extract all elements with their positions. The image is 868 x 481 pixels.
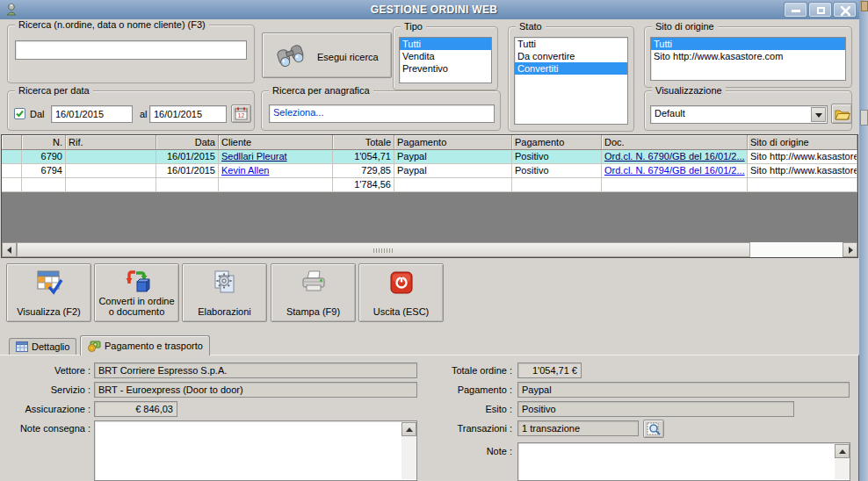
note-label: Note : — [424, 446, 512, 456]
tab-dettaglio[interactable]: Dettaglio — [9, 338, 76, 355]
money-icon — [87, 341, 101, 352]
table-totals-row: 1'784,56 — [2, 178, 857, 192]
scroll-left-button[interactable] — [2, 242, 17, 257]
scrollbar-track[interactable] — [750, 242, 843, 257]
maximize-button[interactable] — [809, 3, 831, 17]
visualizzazione-value: Default — [655, 108, 685, 118]
anagrafica-group: Ricerca per anagrafica Seleziona... — [261, 90, 501, 131]
totale-ordine-field: 1'054,71 € — [517, 363, 582, 378]
printer-icon — [299, 269, 329, 296]
tipo-option-vendita[interactable]: Vendita — [400, 50, 491, 62]
note-textarea[interactable] — [517, 442, 850, 481]
assicurazione-field: € 846,03 — [94, 401, 177, 417]
sito-group: Sito di origine Tutti Sito http://www.ka… — [644, 26, 852, 88]
uscita-button[interactable]: Uscita (ESC) — [358, 263, 444, 322]
note-consegna-label: Note consegna : — [3, 423, 90, 434]
empty-cell — [512, 178, 602, 192]
converti-button[interactable]: Converti in ordine o documento — [94, 263, 179, 322]
titlebar[interactable]: GESTIONE ORDINI WEB — [0, 0, 868, 19]
visualizzazione-group-label: Visualizzazione — [652, 85, 726, 96]
binoculars-icon — [275, 44, 308, 68]
header-pagamento[interactable]: Pagamento — [394, 135, 512, 150]
search-input[interactable] — [15, 40, 247, 60]
convert-icon — [122, 269, 152, 296]
open-view-button[interactable] — [831, 104, 852, 124]
date-checkbox[interactable] — [14, 108, 25, 119]
anagrafica-selector[interactable]: Seleziona... — [269, 104, 495, 123]
background-fragment — [861, 1, 868, 11]
stato-option-tutti[interactable]: Tutti — [515, 38, 627, 50]
grand-total-cell: 1'784,56 — [333, 178, 394, 192]
customer-link[interactable]: Sedllari Pleurat — [221, 151, 287, 162]
check-icon — [15, 109, 25, 118]
calendar-icon: 12 — [235, 107, 249, 120]
background-window-strip — [859, 0, 868, 481]
document-link[interactable]: Ord.cl. N. 6790/GB del 16/01/2... — [604, 151, 745, 162]
customer-link[interactable]: Kevin Allen — [221, 165, 269, 176]
scroll-up-button[interactable] — [401, 422, 416, 436]
header-rif[interactable]: Rif. — [66, 135, 156, 150]
visualizzazione-combobox[interactable]: Default — [650, 105, 828, 124]
empty-cell — [22, 178, 66, 192]
sito-option-tutti[interactable]: Tutti — [651, 38, 845, 50]
scrollbar-thumb[interactable] — [17, 242, 750, 257]
table-horizontal-scrollbar[interactable] — [2, 242, 857, 257]
scroll-right-button[interactable] — [843, 242, 857, 257]
minimize-button[interactable] — [785, 3, 807, 17]
header-selector[interactable] — [2, 135, 22, 150]
empty-cell — [156, 178, 219, 192]
row-selector-cell[interactable] — [2, 164, 22, 178]
date-cell: 16/01/2015 — [156, 150, 219, 164]
header-cliente[interactable]: Cliente — [219, 135, 333, 150]
empty-cell — [219, 178, 333, 192]
transazioni-label: Transazioni : — [424, 423, 512, 434]
date-from-input[interactable] — [51, 105, 133, 123]
stato-option-convertiti[interactable]: Convertiti — [515, 62, 627, 75]
date-to-input[interactable] — [149, 105, 227, 123]
elaborazioni-button[interactable]: Elaborazioni — [182, 263, 267, 322]
elaborazioni-label: Elaborazioni — [198, 306, 251, 317]
order-number-cell: 6794 — [22, 164, 66, 178]
vettore-label: Vettore : — [3, 365, 90, 376]
header-sito[interactable]: Sito di origine — [748, 135, 857, 150]
header-data[interactable]: Data — [156, 135, 219, 150]
note-consegna-textarea[interactable] — [94, 420, 417, 481]
row-selector-cell[interactable] — [2, 150, 22, 164]
note-consegna-scrollbar[interactable] — [401, 422, 416, 479]
sito-option-kasastore[interactable]: Sito http://www.kasastore.com — [651, 50, 845, 62]
site-cell: Sito http://www.kasastore.com — [748, 150, 857, 164]
tab-pagamento-trasporto[interactable]: Pagamento e trasporto — [80, 335, 210, 355]
empty-cell — [394, 178, 512, 192]
stampa-button[interactable]: Stampa (F9) — [271, 263, 356, 322]
stato-group-label: Stato — [516, 21, 546, 32]
tipo-option-preventivo[interactable]: Preventivo — [400, 62, 491, 75]
tipo-listbox: Tutti Vendita Preventivo — [399, 37, 492, 83]
visualizza-button[interactable]: Visualizza (F2) — [6, 263, 91, 322]
stato-option-da-convertire[interactable]: Da convertire — [515, 50, 627, 62]
order-number-cell: 6790 — [22, 150, 66, 164]
close-button[interactable] — [834, 3, 856, 17]
calendar-button[interactable]: 12 — [231, 104, 251, 123]
header-doc[interactable]: Doc. — [602, 135, 748, 150]
header-n[interactable]: N. — [22, 135, 66, 150]
document-link[interactable]: Ord.cl. N. 6794/GB del 16/01/2... — [604, 165, 745, 176]
payment-cell: Paypal — [394, 164, 512, 178]
dal-label: Dal — [30, 109, 45, 119]
table-row[interactable]: 6794 16/01/2015 Kevin Allen 729,85 Paypa… — [2, 164, 857, 178]
date-group-label: Ricerca per data — [15, 85, 93, 96]
empty-cell — [748, 178, 857, 192]
al-label: al — [140, 109, 148, 119]
combobox-dropdown-button[interactable] — [811, 107, 826, 122]
header-pagamento-esito[interactable]: Pagamento — [512, 135, 602, 150]
search-group: Ricerca (n.ordine, data o nome cliente) … — [7, 25, 255, 83]
header-totale[interactable]: Totale — [333, 135, 394, 150]
table-header-row: N. Rif. Data Cliente Totale Pagamento Pa… — [2, 135, 857, 150]
scroll-up-button[interactable] — [835, 444, 850, 458]
table-row[interactable]: 6790 16/01/2015 Sedllari Pleurat 1'054,7… — [2, 150, 857, 164]
transazioni-detail-button[interactable] — [643, 420, 664, 438]
documents-gear-icon — [210, 269, 240, 296]
note-scrollbar[interactable] — [835, 444, 850, 479]
tipo-option-tutti[interactable]: Tutti — [400, 38, 491, 50]
search-button[interactable]: Esegui ricerca — [262, 32, 392, 78]
tab-dettaglio-label: Dettaglio — [32, 341, 69, 352]
